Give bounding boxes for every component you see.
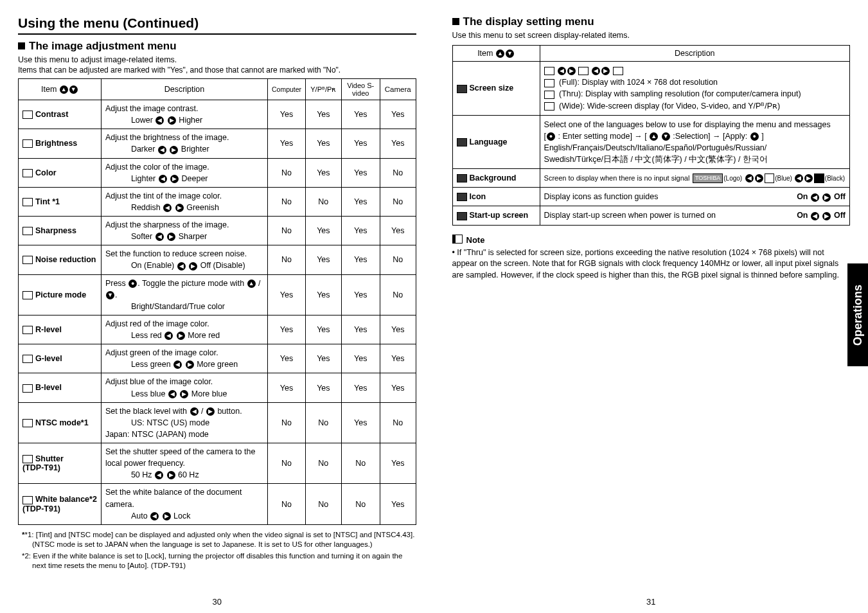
item-label: Picture mode xyxy=(35,290,86,299)
table-row: Screen size◀▶ ◀▶ (Full): Display with 10… xyxy=(452,62,850,116)
item-label: Noise reduction xyxy=(35,255,96,264)
item-label: NTSC mode*1 xyxy=(35,418,89,427)
value-cell: Yes xyxy=(306,315,341,344)
down-icon: ▼ xyxy=(506,49,514,58)
left-arrow-icon: ◀ xyxy=(164,332,173,340)
page-number-right: 31 xyxy=(452,591,851,607)
desc-cell: Select one of the languages below to use… xyxy=(540,115,849,169)
value-cell: Yes xyxy=(380,217,416,245)
item-cell: R-level xyxy=(19,315,102,344)
value-cell: Yes xyxy=(341,344,380,373)
value-cell: Yes xyxy=(380,484,416,524)
black-label xyxy=(814,173,824,183)
value-cell: No xyxy=(268,187,306,216)
item-icon xyxy=(22,256,33,264)
item-icon xyxy=(22,227,33,235)
left-arrow-icon: ◀ xyxy=(745,174,754,182)
th-video: Video S-video xyxy=(341,79,380,100)
left-arrow-icon: ◀ xyxy=(168,390,177,398)
table-row: LanguageSelect one of the languages belo… xyxy=(452,115,850,169)
table-row: ContrastAdjust the image contrast.Lower … xyxy=(19,100,416,129)
item-cell: Picture mode xyxy=(19,274,102,315)
item-label: Color xyxy=(35,168,57,177)
up-icon: ▲ xyxy=(60,85,68,94)
item-icon xyxy=(457,212,467,220)
full-icon xyxy=(544,67,554,75)
item-label: Screen size xyxy=(470,84,514,93)
value-cell: Yes xyxy=(306,158,341,187)
value-cell: Yes xyxy=(268,315,306,344)
value-cell: No xyxy=(268,245,306,274)
item-cell: B-level xyxy=(19,373,102,402)
mode-icon xyxy=(544,91,554,99)
item-label: Icon xyxy=(470,192,486,201)
note-heading: Note xyxy=(452,235,851,245)
right-page: The display setting menu Use this menu t… xyxy=(434,0,869,613)
left-arrow-icon: ◀ xyxy=(173,360,182,369)
desc-cell: Adjust the tint of the image color.Reddi… xyxy=(101,187,267,216)
value-cell: Yes xyxy=(341,158,380,187)
table-row: BrightnessAdjust the brightness of the i… xyxy=(19,129,416,158)
item-icon xyxy=(22,139,33,148)
page-number-left: 30 xyxy=(18,591,416,607)
left-page: Using the menu (Continued) The image adj… xyxy=(0,0,434,613)
right-arrow-icon: ▶ xyxy=(170,175,179,183)
item-icon xyxy=(22,198,33,206)
value-cell: Yes xyxy=(341,373,380,402)
item-cell: Noise reduction xyxy=(19,245,102,274)
item-cell: White balance*2(TDP-T91) xyxy=(19,484,102,524)
blue-label xyxy=(765,173,775,183)
desc-cell: Set the black level with ◀ / ▶ button.US… xyxy=(101,402,267,443)
image-adjust-sub1: Use this menu to adjust image-related it… xyxy=(18,55,416,64)
right-arrow-icon: ▶ xyxy=(180,390,188,398)
left-arrow-icon: ◀ xyxy=(558,67,566,75)
value-cell: No xyxy=(268,158,306,187)
table-row: Shutter(TDP-T91)Set the shutter speed of… xyxy=(19,443,416,484)
value-cell: Yes xyxy=(341,402,380,443)
display-setting-table: Item ▲▼ Description Screen size◀▶ ◀▶ (Fu… xyxy=(452,45,851,226)
value-cell: Yes xyxy=(341,274,380,315)
item-cell: Tint *1 xyxy=(19,187,102,216)
value-cell: No xyxy=(306,402,341,443)
desc-cell: Screen to display when there is no input… xyxy=(540,169,849,188)
left-arrow-icon: ◀ xyxy=(159,175,167,183)
item-icon xyxy=(22,496,33,504)
value-cell: Yes xyxy=(380,315,416,344)
item-label: Background xyxy=(470,173,517,182)
onoff-label: On ◀ ▶ Off xyxy=(797,191,846,202)
image-adjust-table: Item ▲▼ Description Computer Y/Pᴮ/Pʀ Vid… xyxy=(18,78,416,525)
item-label: R-level xyxy=(35,325,62,334)
desc-cell: Adjust the sharpness of the image.Softer… xyxy=(101,217,267,245)
desc-cell: Adjust green of the image color.Less gre… xyxy=(101,344,267,373)
item-cell: NTSC mode*1 xyxy=(19,402,102,443)
left-arrow-icon: ◀ xyxy=(190,407,199,416)
th-item: Item xyxy=(477,49,493,58)
item-icon xyxy=(22,111,33,119)
logo-label: TOSHIBA xyxy=(693,173,723,183)
table-row: NTSC mode*1Set the black level with ◀ / … xyxy=(19,402,416,443)
item-cell: G-level xyxy=(19,344,102,373)
item-icon xyxy=(457,138,467,147)
th-camera: Camera xyxy=(380,79,416,100)
right-arrow-icon: ▶ xyxy=(189,262,197,271)
value-cell: No xyxy=(268,443,306,484)
item-label: B-level xyxy=(35,383,62,392)
enter-icon: ● xyxy=(128,280,137,288)
right-arrow-icon: ▶ xyxy=(167,471,175,479)
right-arrow-icon: ▶ xyxy=(755,174,763,182)
item-label: Sharpness xyxy=(35,226,76,235)
left-arrow-icon: ◀ xyxy=(811,212,819,220)
th-desc: Description xyxy=(540,46,849,62)
value-cell: Yes xyxy=(380,373,416,402)
value-cell: Yes xyxy=(380,344,416,373)
item-icon xyxy=(457,174,467,182)
item-label: G-level xyxy=(35,354,62,363)
down-arrow-icon: ▼ xyxy=(106,291,114,299)
right-arrow-icon: ▶ xyxy=(822,212,831,220)
value-cell: No xyxy=(380,158,416,187)
value-cell: Yes xyxy=(380,100,416,129)
item-label: Start-up screen xyxy=(470,211,529,220)
item-label: Contrast xyxy=(35,110,68,119)
table-row: Noise reductionSet the function to reduc… xyxy=(19,245,416,274)
item-cell: Contrast xyxy=(19,100,102,129)
